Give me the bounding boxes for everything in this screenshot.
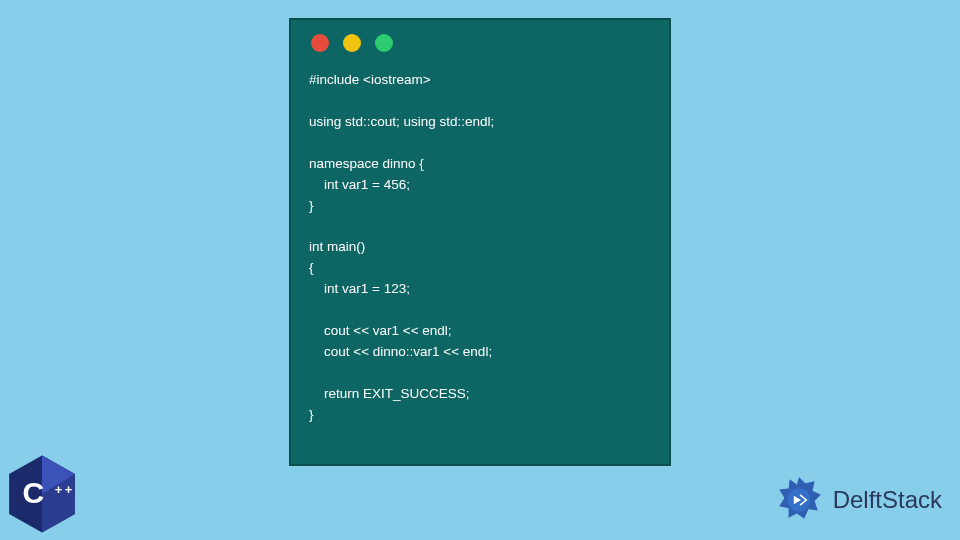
minimize-icon [343, 34, 361, 52]
brand-name: DelftStack [833, 486, 942, 514]
code-window: #include <iostream> using std::cout; usi… [289, 18, 671, 466]
svg-text:C: C [23, 476, 45, 509]
svg-text:+: + [65, 482, 73, 497]
window-controls [311, 34, 651, 52]
brand-logo-icon [773, 474, 825, 526]
cpp-logo: C + + [6, 454, 78, 534]
code-block: #include <iostream> using std::cout; usi… [309, 70, 651, 426]
maximize-icon [375, 34, 393, 52]
svg-text:+: + [55, 482, 63, 497]
close-icon [311, 34, 329, 52]
brand: DelftStack [773, 474, 942, 526]
